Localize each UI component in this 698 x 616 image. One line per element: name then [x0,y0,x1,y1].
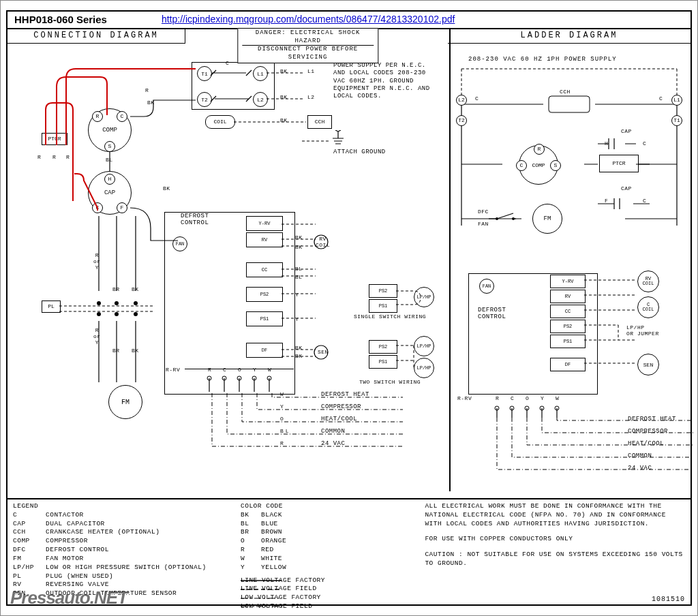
legend-item: CAPDUAL CAPACITOR [13,520,230,529]
thermo-r: R [280,441,286,447]
colorcode-col: COLOR CODE BKBLACKBLBLUEBRBROWNOORANGERR… [235,499,419,604]
legend-item: FMFAN MOTOR [13,555,230,564]
ladder-dfc-contact [489,211,530,231]
ground-jumper [302,134,329,148]
thermo-o: O [280,416,286,422]
tlbl2: HEAT/COOL [321,416,357,423]
ladder-c2: C [659,96,663,102]
ld-tlbl2: HEAT/COOL [628,441,664,448]
ld-df: DF [550,358,586,371]
svg-point-3 [115,301,119,305]
rrv-lbl: R-RV [166,367,180,373]
color-item: BLBLUE [241,520,414,529]
thermo-bl: BL [280,429,291,435]
legend-row: LEGEND CCONTACTORCAPDUAL CAPACITORCCHCRA… [7,498,691,604]
r1: R [37,155,41,161]
color-item: YYELLOW [241,564,414,572]
single-switch-lbl: SINGLE SWITCH WIRING [354,314,426,320]
cch-box: CCH [307,115,332,129]
l1-lbl: L1 [307,69,315,75]
legend-item: DFCDEFROST CONTROL [13,546,230,555]
ladder-defctl-lbl: DEFROST CONTROL [478,307,506,321]
trm-r: R [208,367,211,373]
ladder-supply: 208-230 VAC 60 HZ 1PH POWER SUPPLY [468,57,617,63]
ptcr-box: PTCR [42,133,67,145]
ld-rrv: R-RV [457,396,472,402]
bk-rv1: BK [295,235,303,241]
bk2: BK [280,95,288,101]
svg-point-6 [115,312,119,316]
r2: R [52,155,56,161]
color-item: RRED [241,546,414,555]
br1: BR [112,287,120,293]
ladder-comp-s: S [550,160,561,171]
danger-box: DANGER: ELECTRICAL SHOCK HAZARD DISCONNE… [237,28,378,63]
note-copper: FOR USE WITH COPPER CONDUCTORS ONLY [425,535,685,544]
ld-ps2: PS2 [550,320,586,333]
danger-line1: DANGER: ELECTRICAL SHOCK HAZARD [242,29,374,45]
ld-trm-y: Y [541,396,544,402]
trm-y: Y [253,367,256,373]
ladder-t2: T2 [456,115,467,126]
color-list: BKBLACKBLBLUEBRBROWNOORANGERREDWWHITEYYE… [241,511,414,572]
ld-tlbl1: COMPRESSOR [628,429,668,435]
tlbl0: DEFROST HEAT [321,392,369,399]
note-caution: CAUTION : NOT SUITABLE FOR USE ON SYSTEM… [425,551,685,568]
svg-point-14 [496,217,498,220]
r-or-y: R or Y [93,253,101,271]
legend-item: CCHCRANKCASE HEATER (OPTIONAL) [13,528,230,537]
cap-f: F [117,202,127,213]
y-ps2: Y [295,292,299,298]
cap-c: C [92,202,103,213]
ground-icon [328,130,348,151]
fan-pin: FAN [172,236,187,251]
ladder-cap-sym [584,134,666,175]
part-number: 1081510 [652,596,685,603]
trm-o: O [238,367,241,373]
tlbl3: COMMON [321,429,345,435]
ladder-t1: T1 [671,115,682,126]
wiring-diagram-page: HHP018-060 Series http://icpindexing.mqg… [0,0,698,616]
ladder-cch: CCH [560,89,571,95]
ladder-def-lines [584,273,680,396]
svg-point-15 [512,217,515,220]
bk-df2: BK [295,354,303,360]
c-lbl: C [226,61,229,67]
bk1: BK [280,69,288,75]
source-url[interactable]: http://icpindexing.mqgroup.com/documents… [162,14,455,25]
bl-cc2: BL [295,275,303,281]
r3: R [66,155,70,161]
note-conformance: ALL ELECTRICAL WORK MUST BE DONE IN CONF… [425,502,685,528]
linetype-item: LINE VOLTAGE FACTORY [241,576,414,585]
trm-w: W [268,367,271,373]
series-label: HHP018-060 Series [14,14,107,25]
bk-mid: BK [163,186,170,192]
legend-item: LP/HPLOW OR HIGH PRESSURE SWITCH (OPTION… [13,564,230,572]
linetype-item: LOW VOLTAGE FACTORY [241,594,414,602]
ld-rv: RV [550,290,586,303]
connection-diagram: CONNECTION DIAGRAM DANGER: ELECTRICAL SH… [7,28,451,491]
bl-cc1: BL [295,266,303,273]
pl-box: PL [42,301,61,313]
rlbl-top: R [145,88,149,94]
tlbl4: 24 VAC [321,441,345,448]
bk-rv2: BK [295,245,303,251]
ladder-comp-c: C [516,160,527,171]
color-item: WWHITE [241,555,414,564]
body: CONNECTION DIAGRAM DANGER: ELECTRICAL SH… [7,28,691,604]
rvcoil-lbl: RV COIL [316,236,330,249]
comp-s: S [104,141,115,152]
linetype-item: LINE VOLTAGE FIELD [241,585,414,594]
sw2-ps1: PS1 [369,355,397,369]
bk-pl: BK [132,287,139,293]
danger-line2: DISCONNECT POWER BEFORE SERVICING [242,45,374,61]
thermo-w: W [280,392,286,398]
linetype-list: LINE VOLTAGE FACTORYLINE VOLTAGE FIELDLO… [241,576,414,611]
supply-note: POWER SUPPLY PER N.E.C. AND LOCAL CODES … [333,62,441,100]
cap-h: H [104,174,115,185]
legend-item: CCONTACTOR [13,511,230,520]
lower-r-or-y: R or Y [93,328,101,345]
br2: BR [112,348,120,354]
coil-label: COIL [205,115,235,129]
ladder-cap2-sym [591,194,673,215]
